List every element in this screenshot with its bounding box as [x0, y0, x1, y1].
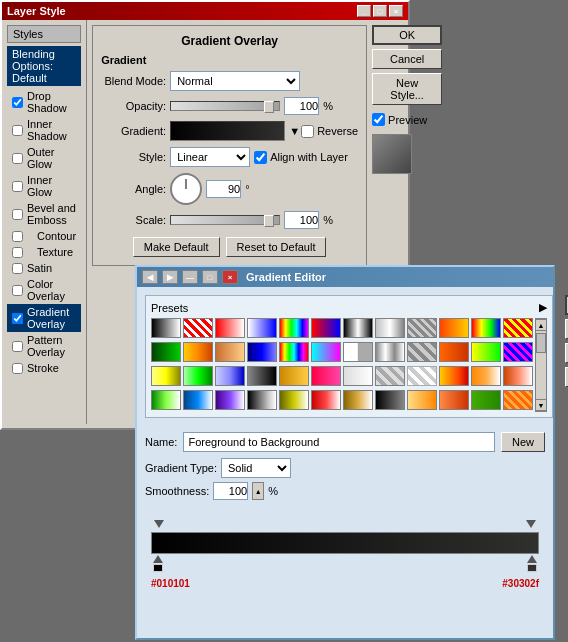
- minimize-btn[interactable]: _: [357, 5, 371, 17]
- layer-item-pattern-overlay[interactable]: Pattern Overlay: [7, 332, 81, 360]
- layer-item-color-overlay[interactable]: Color Overlay: [7, 276, 81, 304]
- preset-18[interactable]: [311, 342, 341, 362]
- smoothness-input[interactable]: [213, 482, 248, 500]
- preset-44[interactable]: [375, 390, 405, 410]
- cancel-button[interactable]: Cancel: [372, 49, 442, 69]
- layer-item-satin[interactable]: Satin: [7, 260, 81, 276]
- preset-15[interactable]: [215, 342, 245, 362]
- preset-40[interactable]: [247, 390, 277, 410]
- preset-36[interactable]: [503, 366, 533, 386]
- preset-33[interactable]: [407, 366, 437, 386]
- styles-header[interactable]: Styles: [7, 25, 81, 43]
- satin-checkbox[interactable]: [12, 263, 23, 274]
- preset-24[interactable]: [503, 342, 533, 362]
- scale-input[interactable]: [284, 211, 319, 229]
- new-gradient-button[interactable]: New: [501, 432, 545, 452]
- preset-45[interactable]: [407, 390, 437, 410]
- preset-46[interactable]: [439, 390, 469, 410]
- preset-7[interactable]: [343, 318, 373, 338]
- style-select[interactable]: Linear: [170, 147, 250, 167]
- gradient-overlay-checkbox[interactable]: [12, 313, 23, 324]
- maximize-btn[interactable]: □: [373, 5, 387, 17]
- reverse-checkbox[interactable]: [301, 125, 314, 138]
- layer-item-outer-glow[interactable]: Outer Glow: [7, 144, 81, 172]
- preset-2[interactable]: [183, 318, 213, 338]
- pattern-overlay-checkbox[interactable]: [12, 341, 23, 352]
- texture-checkbox[interactable]: [12, 247, 23, 258]
- angle-input[interactable]: [206, 180, 241, 198]
- new-style-button[interactable]: New Style...: [372, 73, 442, 105]
- preset-26[interactable]: [183, 366, 213, 386]
- preset-25[interactable]: [151, 366, 181, 386]
- opacity-slider[interactable]: [170, 101, 280, 111]
- preset-8[interactable]: [375, 318, 405, 338]
- layer-item-drop-shadow[interactable]: Drop Shadow: [7, 88, 81, 116]
- close-btn[interactable]: ×: [389, 5, 403, 17]
- presets-arrow-icon[interactable]: ▶: [539, 301, 547, 314]
- opacity-stop-left[interactable]: [154, 520, 164, 528]
- reset-to-default-button[interactable]: Reset to Default: [226, 237, 327, 257]
- preset-47[interactable]: [471, 390, 501, 410]
- layer-item-inner-glow[interactable]: Inner Glow: [7, 172, 81, 200]
- layer-item-gradient-overlay[interactable]: Gradient Overlay: [7, 304, 81, 332]
- preset-22[interactable]: [439, 342, 469, 362]
- name-input[interactable]: [183, 432, 495, 452]
- color-stop-left[interactable]: [153, 555, 163, 572]
- preset-10[interactable]: [439, 318, 469, 338]
- preset-41[interactable]: [279, 390, 309, 410]
- gradient-preview-swatch[interactable]: [170, 121, 285, 141]
- layer-item-stroke[interactable]: Stroke: [7, 360, 81, 376]
- blending-options[interactable]: Blending Options: Default: [7, 46, 81, 86]
- scroll-thumb[interactable]: [536, 333, 546, 353]
- opacity-stop-right[interactable]: [526, 520, 536, 528]
- ge-close[interactable]: ×: [222, 270, 238, 284]
- bevel-emboss-checkbox[interactable]: [12, 209, 23, 220]
- gradient-bar[interactable]: [151, 532, 539, 554]
- scroll-up[interactable]: ▲: [535, 319, 547, 331]
- preset-5[interactable]: [279, 318, 309, 338]
- preset-42[interactable]: [311, 390, 341, 410]
- preset-9[interactable]: [407, 318, 437, 338]
- preset-39[interactable]: [215, 390, 245, 410]
- preset-32[interactable]: [375, 366, 405, 386]
- preset-31[interactable]: [343, 366, 373, 386]
- preset-35[interactable]: [471, 366, 501, 386]
- preview-checkbox[interactable]: [372, 113, 385, 126]
- preset-30[interactable]: [311, 366, 341, 386]
- preset-29[interactable]: [279, 366, 309, 386]
- preset-1[interactable]: [151, 318, 181, 338]
- align-with-layer-checkbox[interactable]: [254, 151, 267, 164]
- scroll-down[interactable]: ▼: [535, 399, 547, 411]
- ge-expand-right[interactable]: ▶: [162, 270, 178, 284]
- preset-12[interactable]: [503, 318, 533, 338]
- ok-button[interactable]: OK: [372, 25, 442, 45]
- preset-48[interactable]: [503, 390, 533, 410]
- smoothness-stepper[interactable]: ▲: [252, 482, 264, 500]
- contour-checkbox[interactable]: [12, 231, 23, 242]
- preset-38[interactable]: [183, 390, 213, 410]
- ge-maximize[interactable]: □: [202, 270, 218, 284]
- opacity-input[interactable]: [284, 97, 319, 115]
- layer-item-texture[interactable]: Texture: [7, 244, 81, 260]
- preset-16[interactable]: [247, 342, 277, 362]
- inner-shadow-checkbox[interactable]: [12, 125, 23, 136]
- preset-20[interactable]: [375, 342, 405, 362]
- drop-shadow-checkbox[interactable]: [12, 97, 23, 108]
- layer-item-bevel-emboss[interactable]: Bevel and Emboss: [7, 200, 81, 228]
- ge-options[interactable]: —: [182, 270, 198, 284]
- scale-slider[interactable]: [170, 215, 280, 225]
- blend-mode-select[interactable]: Normal: [170, 71, 300, 91]
- preset-28[interactable]: [247, 366, 277, 386]
- inner-glow-checkbox[interactable]: [12, 181, 23, 192]
- outer-glow-checkbox[interactable]: [12, 153, 23, 164]
- stroke-checkbox[interactable]: [12, 363, 23, 374]
- preset-6[interactable]: [311, 318, 341, 338]
- preset-17[interactable]: [279, 342, 309, 362]
- preset-19[interactable]: [343, 342, 373, 362]
- preset-14[interactable]: [183, 342, 213, 362]
- preset-34[interactable]: [439, 366, 469, 386]
- preset-27[interactable]: [215, 366, 245, 386]
- color-overlay-checkbox[interactable]: [12, 285, 23, 296]
- preset-21[interactable]: [407, 342, 437, 362]
- preset-37[interactable]: [151, 390, 181, 410]
